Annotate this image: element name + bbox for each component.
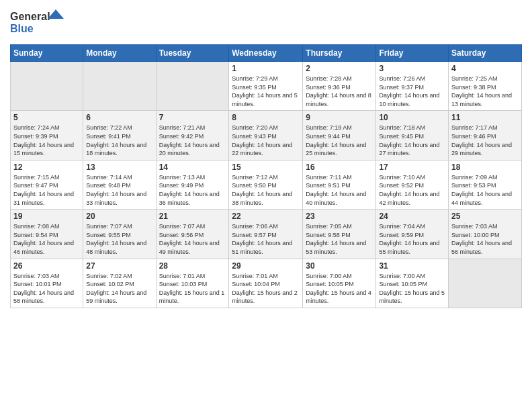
day-number: 11 [451, 113, 519, 122]
day-cell: 20Sunrise: 7:07 AMSunset: 9:55 PMDayligh… [83, 210, 156, 259]
day-info: Sunrise: 7:13 AMSunset: 9:49 PMDaylight:… [159, 173, 226, 207]
day-cell: 12Sunrise: 7:15 AMSunset: 9:47 PMDayligh… [11, 160, 83, 209]
weekday-header-wednesday: Wednesday [229, 45, 303, 62]
day-cell: 8Sunrise: 7:20 AMSunset: 9:43 PMDaylight… [229, 111, 303, 160]
day-cell: 29Sunrise: 7:01 AMSunset: 10:04 PMDaylig… [229, 259, 303, 308]
day-cell: 11Sunrise: 7:17 AMSunset: 9:46 PMDayligh… [449, 111, 522, 160]
day-cell: 2Sunrise: 7:28 AMSunset: 9:36 PMDaylight… [303, 62, 376, 111]
day-cell: 18Sunrise: 7:09 AMSunset: 9:53 PMDayligh… [449, 160, 522, 209]
day-cell: 26Sunrise: 7:03 AMSunset: 10:01 PMDaylig… [11, 259, 83, 308]
day-number: 10 [379, 113, 445, 122]
day-info: Sunrise: 7:29 AMSunset: 9:35 PMDaylight:… [232, 75, 300, 108]
day-cell: 14Sunrise: 7:13 AMSunset: 9:49 PMDayligh… [156, 160, 229, 209]
week-row-4: 19Sunrise: 7:08 AMSunset: 9:54 PMDayligh… [11, 210, 522, 259]
day-info: Sunrise: 7:04 AMSunset: 9:59 PMDaylight:… [379, 222, 445, 256]
day-cell: 23Sunrise: 7:05 AMSunset: 9:58 PMDayligh… [303, 210, 376, 259]
day-info: Sunrise: 7:02 AMSunset: 10:02 PMDaylight… [86, 272, 152, 306]
day-info: Sunrise: 7:26 AMSunset: 9:37 PMDaylight:… [379, 75, 445, 108]
svg-text:Blue: Blue [10, 23, 34, 34]
day-cell: 15Sunrise: 7:12 AMSunset: 9:50 PMDayligh… [229, 160, 303, 209]
day-info: Sunrise: 7:14 AMSunset: 9:48 PMDaylight:… [86, 173, 152, 207]
day-info: Sunrise: 7:19 AMSunset: 9:44 PMDaylight:… [306, 124, 373, 157]
day-number: 15 [232, 163, 300, 172]
weekday-header-tuesday: Tuesday [156, 45, 229, 62]
header: GeneralBlue [10, 7, 522, 39]
day-info: Sunrise: 7:15 AMSunset: 9:47 PMDaylight:… [13, 173, 80, 207]
weekday-header-friday: Friday [376, 45, 449, 62]
day-cell: 5Sunrise: 7:24 AMSunset: 9:39 PMDaylight… [11, 111, 83, 160]
day-number: 29 [232, 261, 300, 271]
day-number: 3 [379, 64, 445, 73]
day-number: 17 [379, 163, 445, 172]
day-info: Sunrise: 7:07 AMSunset: 9:55 PMDaylight:… [86, 222, 152, 256]
day-cell [83, 62, 156, 111]
day-info: Sunrise: 7:11 AMSunset: 9:51 PMDaylight:… [306, 173, 373, 207]
day-cell: 13Sunrise: 7:14 AMSunset: 9:48 PMDayligh… [83, 160, 156, 209]
day-cell: 17Sunrise: 7:10 AMSunset: 9:52 PMDayligh… [376, 160, 449, 209]
day-info: Sunrise: 7:00 AMSunset: 10:05 PMDaylight… [306, 272, 373, 306]
calendar-table: SundayMondayTuesdayWednesdayThursdayFrid… [10, 44, 522, 308]
day-info: Sunrise: 7:12 AMSunset: 9:50 PMDaylight:… [232, 173, 300, 207]
day-cell: 19Sunrise: 7:08 AMSunset: 9:54 PMDayligh… [11, 210, 83, 259]
day-cell [449, 259, 522, 308]
day-info: Sunrise: 7:25 AMSunset: 9:38 PMDaylight:… [451, 75, 519, 108]
day-info: Sunrise: 7:21 AMSunset: 9:42 PMDaylight:… [159, 124, 226, 157]
day-cell: 25Sunrise: 7:03 AMSunset: 10:00 PMDaylig… [449, 210, 522, 259]
day-info: Sunrise: 7:28 AMSunset: 9:36 PMDaylight:… [306, 75, 373, 108]
day-number: 16 [306, 163, 373, 172]
week-row-3: 12Sunrise: 7:15 AMSunset: 9:47 PMDayligh… [11, 160, 522, 209]
day-number: 23 [306, 212, 373, 221]
day-cell: 21Sunrise: 7:07 AMSunset: 9:56 PMDayligh… [156, 210, 229, 259]
day-info: Sunrise: 7:17 AMSunset: 9:46 PMDaylight:… [451, 124, 519, 157]
day-number: 13 [86, 163, 152, 172]
day-number: 7 [159, 113, 226, 122]
day-info: Sunrise: 7:10 AMSunset: 9:52 PMDaylight:… [379, 173, 445, 207]
weekday-header-monday: Monday [83, 45, 156, 62]
day-cell: 24Sunrise: 7:04 AMSunset: 9:59 PMDayligh… [376, 210, 449, 259]
svg-text:General: General [10, 11, 50, 22]
day-number: 22 [232, 212, 300, 221]
day-info: Sunrise: 7:05 AMSunset: 9:58 PMDaylight:… [306, 222, 373, 256]
weekday-header-row: SundayMondayTuesdayWednesdayThursdayFrid… [11, 45, 522, 62]
day-cell: 3Sunrise: 7:26 AMSunset: 9:37 PMDaylight… [376, 62, 449, 111]
day-number: 28 [159, 261, 226, 271]
day-number: 25 [451, 212, 519, 221]
day-number: 19 [13, 212, 80, 221]
day-cell: 30Sunrise: 7:00 AMSunset: 10:05 PMDaylig… [303, 259, 376, 308]
day-info: Sunrise: 7:01 AMSunset: 10:03 PMDaylight… [159, 272, 226, 306]
day-cell: 16Sunrise: 7:11 AMSunset: 9:51 PMDayligh… [303, 160, 376, 209]
day-number: 8 [232, 113, 300, 122]
day-info: Sunrise: 7:06 AMSunset: 9:57 PMDaylight:… [232, 222, 300, 256]
day-info: Sunrise: 7:09 AMSunset: 9:53 PMDaylight:… [451, 173, 519, 207]
day-info: Sunrise: 7:03 AMSunset: 10:00 PMDaylight… [451, 222, 519, 256]
day-number: 27 [86, 261, 152, 271]
day-info: Sunrise: 7:20 AMSunset: 9:43 PMDaylight:… [232, 124, 300, 157]
day-cell: 6Sunrise: 7:22 AMSunset: 9:41 PMDaylight… [83, 111, 156, 160]
day-info: Sunrise: 7:01 AMSunset: 10:04 PMDaylight… [232, 272, 300, 306]
calendar-page: GeneralBlue SundayMondayTuesdayWednesday… [0, 0, 532, 318]
svg-marker-1 [48, 9, 64, 19]
day-number: 6 [86, 113, 152, 122]
day-number: 9 [306, 113, 373, 122]
day-number: 30 [306, 261, 373, 271]
week-row-1: 1Sunrise: 7:29 AMSunset: 9:35 PMDaylight… [11, 62, 522, 111]
day-cell [11, 62, 83, 111]
day-number: 5 [13, 113, 80, 122]
weekday-header-sunday: Sunday [11, 45, 83, 62]
day-number: 12 [13, 163, 80, 172]
day-cell: 1Sunrise: 7:29 AMSunset: 9:35 PMDaylight… [229, 62, 303, 111]
weekday-header-saturday: Saturday [449, 45, 522, 62]
day-number: 18 [451, 163, 519, 172]
day-cell: 27Sunrise: 7:02 AMSunset: 10:02 PMDaylig… [83, 259, 156, 308]
day-number: 20 [86, 212, 152, 221]
day-number: 31 [379, 261, 445, 271]
weekday-header-thursday: Thursday [303, 45, 376, 62]
day-info: Sunrise: 7:18 AMSunset: 9:45 PMDaylight:… [379, 124, 445, 157]
day-number: 21 [159, 212, 226, 221]
day-info: Sunrise: 7:08 AMSunset: 9:54 PMDaylight:… [13, 222, 80, 256]
day-cell: 22Sunrise: 7:06 AMSunset: 9:57 PMDayligh… [229, 210, 303, 259]
day-info: Sunrise: 7:00 AMSunset: 10:05 PMDaylight… [379, 272, 445, 306]
day-cell: 10Sunrise: 7:18 AMSunset: 9:45 PMDayligh… [376, 111, 449, 160]
day-number: 14 [159, 163, 226, 172]
day-cell: 7Sunrise: 7:21 AMSunset: 9:42 PMDaylight… [156, 111, 229, 160]
